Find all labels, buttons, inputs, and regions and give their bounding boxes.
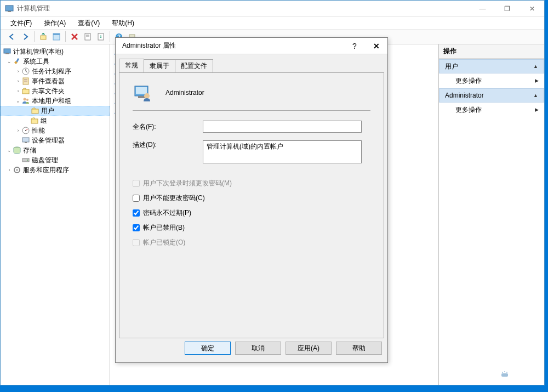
checkbox-input — [133, 180, 140, 187]
submenu-icon: ▶ — [535, 78, 539, 83]
description-input[interactable] — [203, 140, 362, 163]
dialog-help-button[interactable]: ? — [344, 42, 366, 50]
svg-rect-45 — [501, 373, 508, 377]
expander-icon[interactable]: › — [15, 128, 21, 133]
tree-services[interactable]: › 服务和应用程序 — [1, 165, 110, 175]
refresh-button[interactable] — [82, 31, 94, 43]
svg-rect-12 — [4, 49, 10, 53]
checkbox-neverexpire[interactable]: 密码永不过期(P) — [133, 208, 370, 218]
device-icon — [21, 136, 30, 145]
tree-task-scheduler[interactable]: › 任务计划程序 — [1, 66, 110, 76]
actions-section-admin[interactable]: Administrator▲ — [439, 88, 544, 103]
tab-memberof[interactable]: 隶属于 — [144, 59, 175, 72]
tree-device-manager[interactable]: 设备管理器 — [1, 135, 110, 145]
svg-rect-41 — [136, 87, 147, 94]
expander-icon[interactable]: › — [15, 69, 21, 74]
nav-back-button[interactable] — [6, 31, 18, 43]
checkbox-disabled[interactable]: 帐户已禁用(B) — [133, 223, 370, 232]
svg-rect-0 — [5, 5, 13, 11]
tree-root[interactable]: 计算机管理(本地) — [1, 47, 110, 56]
computer-icon — [3, 47, 12, 56]
cancel-button[interactable]: 取消 — [235, 342, 281, 355]
expander-icon[interactable]: › — [15, 88, 21, 94]
tab-general[interactable]: 常规 — [119, 59, 144, 72]
expander-icon[interactable]: ⌄ — [6, 147, 13, 153]
users-icon — [21, 96, 30, 105]
help-button[interactable]: 帮助 — [336, 342, 382, 355]
svg-rect-5 — [85, 33, 90, 40]
checkbox-input[interactable] — [133, 209, 140, 217]
more-actions-admin[interactable]: 更多操作▶ — [439, 103, 544, 117]
tree-disk-management[interactable]: 磁盘管理 — [1, 155, 110, 165]
svg-point-20 — [24, 98, 26, 101]
checkbox-cannotchange[interactable]: 用户不能更改密码(C) — [133, 194, 370, 203]
nav-forward-button[interactable] — [19, 31, 31, 43]
fullname-input[interactable] — [203, 121, 362, 133]
more-actions-users[interactable]: 更多操作▶ — [439, 73, 544, 88]
expander-icon[interactable]: › — [6, 167, 13, 173]
checkbox-input — [133, 239, 140, 246]
minimize-button[interactable]: — — [470, 1, 495, 16]
dialog-close-button[interactable]: ✕ — [366, 42, 387, 50]
tree-storage[interactable]: ⌄ 存储 — [1, 145, 110, 155]
svg-rect-19 — [22, 89, 29, 94]
collapse-icon: ▲ — [533, 93, 538, 98]
actions-header: 操作 — [439, 44, 544, 59]
tree-groups[interactable]: 组 — [1, 116, 110, 126]
svg-rect-42 — [138, 96, 145, 98]
ok-button[interactable]: 确定 — [185, 342, 231, 355]
export-button[interactable] — [95, 31, 107, 43]
svg-rect-13 — [5, 53, 9, 54]
checkbox-mustchange: 用户下次登录时须更改密码(M) — [133, 179, 370, 188]
checkbox-input[interactable] — [133, 195, 140, 202]
event-icon — [21, 77, 30, 86]
tab-body: Administrator 全名(F): 描述(D): 用户下次登录时须更改密码… — [119, 72, 384, 338]
expander-icon[interactable]: ⌄ — [6, 59, 13, 64]
menu-view[interactable]: 查看(V) — [76, 18, 102, 29]
tree-local-users[interactable]: ⌄ 本地用户和组 — [1, 96, 110, 106]
checkbox-input[interactable] — [133, 224, 140, 231]
menu-file[interactable]: 文件(F) — [8, 18, 34, 29]
tree-panel[interactable]: 计算机管理(本地) ⌄ 系统工具 › 任务计划程序 › 事件查看器 › 共享文件… — [1, 44, 110, 385]
svg-point-25 — [25, 130, 26, 131]
clock-icon — [21, 67, 30, 76]
expander-icon[interactable]: › — [15, 78, 21, 84]
dialog-titlebar: Administrator 属性 ? ✕ — [116, 38, 387, 54]
actions-section-users[interactable]: 用户▲ — [439, 59, 544, 73]
folder-icon — [31, 106, 39, 115]
tab-profile[interactable]: 配置文件 — [175, 59, 213, 72]
tree-shared-folders[interactable]: › 共享文件夹 — [1, 86, 110, 96]
tree-performance[interactable]: › 性能 — [1, 126, 110, 135]
tree-users[interactable]: 用户 — [1, 106, 110, 116]
svg-rect-26 — [22, 138, 29, 142]
menu-action[interactable]: 操作(A) — [42, 18, 68, 29]
app-icon — [5, 4, 14, 13]
close-button[interactable]: ✕ — [520, 1, 544, 16]
checkbox-locked: 帐户已锁定(O) — [133, 238, 370, 247]
svg-point-43 — [144, 93, 150, 99]
folder-icon — [30, 116, 39, 125]
restore-button[interactable]: ❐ — [495, 1, 520, 16]
properties-button[interactable] — [50, 31, 62, 43]
apply-button[interactable]: 应用(A) — [286, 342, 332, 355]
username-display: Administrator — [165, 89, 204, 96]
svg-point-47 — [504, 371, 505, 372]
services-icon — [13, 166, 21, 174]
tree-event-viewer[interactable]: › 事件查看器 — [1, 76, 110, 86]
svg-rect-29 — [22, 158, 29, 162]
delete-button[interactable] — [68, 31, 81, 43]
tree-systools[interactable]: ⌄ 系统工具 — [1, 56, 110, 66]
titlebar: 计算机管理 — ❐ ✕ — [1, 1, 544, 17]
tab-strip: 常规 隶属于 配置文件 — [116, 59, 387, 72]
up-button[interactable] — [37, 31, 49, 43]
separator — [133, 110, 370, 111]
share-icon — [21, 87, 30, 95]
svg-rect-14 — [16, 58, 19, 63]
collapse-icon: ▲ — [533, 64, 538, 69]
menu-help[interactable]: 帮助(H) — [110, 18, 136, 29]
svg-point-30 — [27, 160, 28, 161]
expander-icon[interactable]: ⌄ — [15, 98, 21, 104]
svg-rect-23 — [31, 119, 38, 123]
svg-point-32 — [16, 169, 18, 171]
user-large-icon — [133, 83, 152, 103]
